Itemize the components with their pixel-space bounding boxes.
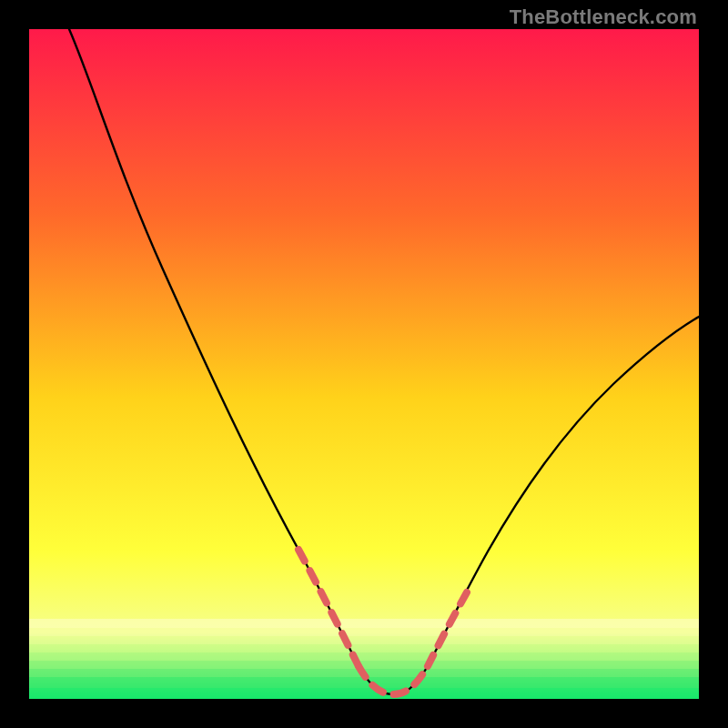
svg-rect-3 — [29, 644, 699, 652]
svg-rect-5 — [29, 661, 699, 669]
watermark-text: TheBottleneck.com — [510, 5, 697, 29]
chart-frame — [29, 29, 699, 699]
svg-rect-8 — [29, 688, 699, 699]
bottom-band-strips — [29, 619, 699, 699]
svg-rect-2 — [29, 636, 699, 644]
svg-rect-0 — [29, 619, 699, 628]
svg-rect-4 — [29, 652, 699, 661]
chart-background-gradient — [29, 29, 699, 699]
svg-rect-1 — [29, 628, 699, 636]
bottleneck-chart — [29, 29, 699, 699]
